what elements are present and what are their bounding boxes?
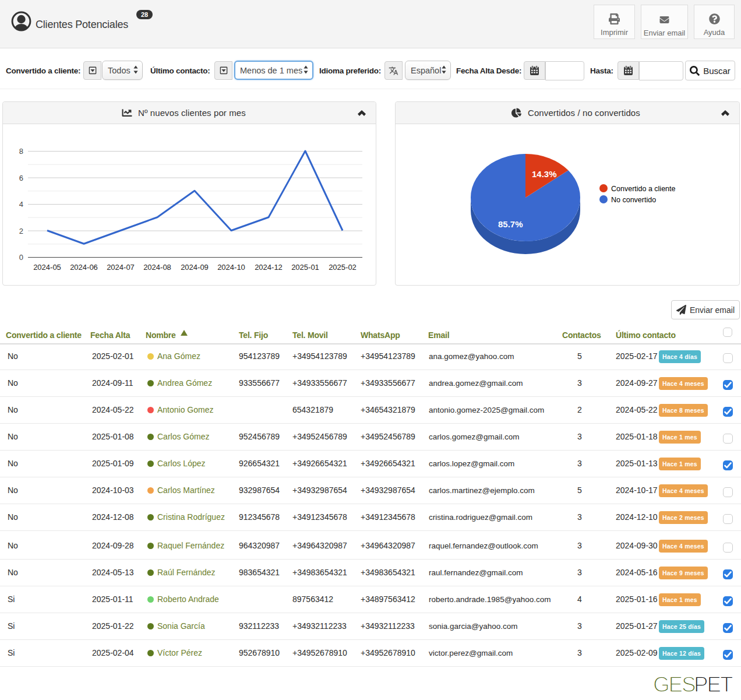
svg-text:2024-10: 2024-10 — [217, 263, 245, 272]
svg-text:2024-06: 2024-06 — [70, 263, 98, 272]
svg-text:2024-05: 2024-05 — [33, 263, 61, 272]
svg-text:GES: GES — [653, 673, 695, 697]
svg-text:2024-07: 2024-07 — [107, 263, 135, 272]
svg-text:2024-12: 2024-12 — [255, 263, 283, 272]
svg-text:0: 0 — [19, 253, 23, 262]
svg-text:2025-02: 2025-02 — [329, 263, 357, 272]
svg-text:2: 2 — [19, 227, 23, 235]
svg-text:2025-01: 2025-01 — [291, 263, 319, 272]
svg-text:2024-09: 2024-09 — [181, 263, 209, 272]
svg-text:2024-08: 2024-08 — [143, 263, 171, 272]
svg-text:14.3%: 14.3% — [532, 169, 557, 179]
svg-text:4: 4 — [19, 200, 23, 209]
svg-text:No convertido: No convertido — [611, 196, 656, 204]
svg-text:85.7%: 85.7% — [498, 219, 523, 229]
svg-text:Convertido a cliente: Convertido a cliente — [611, 185, 676, 193]
svg-text:8: 8 — [19, 147, 23, 156]
svg-text:PET: PET — [694, 673, 733, 697]
svg-text:6: 6 — [19, 174, 23, 182]
